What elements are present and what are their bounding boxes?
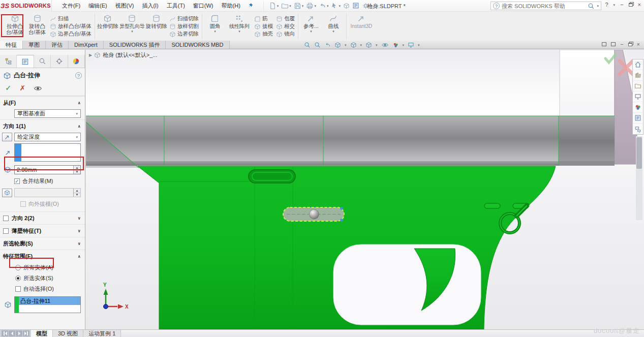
search-icon[interactable] — [588, 3, 595, 10]
tab-features[interactable]: 特征 — [0, 41, 23, 49]
menu-help[interactable]: 帮助(H) — [218, 0, 244, 12]
close-button[interactable]: × — [638, 2, 641, 8]
view-palette-button[interactable] — [633, 91, 643, 102]
viewport-scrollbar[interactable] — [636, 136, 642, 220]
pm-help-button[interactable]: ? — [75, 72, 82, 79]
extrude-cut-button[interactable]: 拉伸切除 — [97, 13, 118, 40]
menu-edit[interactable]: 编辑(E) — [84, 0, 111, 12]
shell-button[interactable]: 抽壳 — [254, 30, 273, 38]
previous-tab-button[interactable] — [9, 330, 15, 336]
property-manager-tab[interactable] — [17, 55, 34, 68]
doc-minimize-button[interactable]: − — [620, 41, 623, 47]
merge-result-checkbox[interactable]: ✓ — [14, 178, 20, 184]
extrude-boss-button[interactable]: 拉伸凸台/基体 — [4, 13, 25, 40]
revolve-boss-button[interactable]: 旋转凸台/基体 — [26, 13, 48, 40]
boundary-boss-button[interactable]: 边界凸台/基体 — [50, 30, 91, 38]
auto-select-checkbox[interactable]: ✓ — [15, 286, 21, 292]
forum-button[interactable] — [633, 124, 643, 134]
display-manager-tab[interactable] — [68, 55, 85, 68]
depth-input[interactable]: 2.00mm ▲▼ — [14, 165, 81, 174]
menu-window[interactable]: 窗口(W) — [189, 0, 218, 12]
revolve-cut-button[interactable]: 旋转切除 — [146, 13, 167, 40]
edit-appearance-button[interactable] — [392, 42, 399, 48]
zoom-fit-button[interactable] — [304, 42, 311, 48]
chevron-down-icon[interactable]: ▾ — [614, 3, 616, 7]
previous-view-button[interactable] — [324, 42, 331, 48]
rib-button[interactable]: 筋 — [254, 15, 273, 22]
search-input[interactable] — [502, 3, 586, 9]
design-library-button[interactable] — [633, 70, 643, 81]
view-settings-button[interactable] — [408, 42, 414, 48]
spin-up-icon[interactable]: ▲ — [74, 166, 80, 170]
mirror-button[interactable]: 镜向 — [276, 30, 295, 38]
custom-properties-button[interactable] — [633, 113, 643, 124]
spin-down-icon[interactable]: ▼ — [74, 170, 80, 174]
lofted-boss-button[interactable]: 放样凸台/基体 — [50, 23, 91, 30]
zoom-area-button[interactable] — [314, 42, 321, 48]
intersect-button[interactable]: 相交 — [276, 23, 295, 30]
section-direction2[interactable]: ✓方向 2(2)∨ — [0, 211, 85, 224]
lofted-cut-button[interactable]: 放样切割 — [169, 23, 199, 30]
tab-sketch[interactable]: 草图 — [23, 41, 46, 49]
ok-button[interactable]: ✓ — [5, 83, 12, 93]
expand-arrow-icon[interactable]: ▶ — [89, 53, 92, 57]
draft-toggle-button[interactable] — [2, 189, 12, 197]
section-direction1[interactable]: 方向 1(1)∧ — [0, 119, 85, 132]
model-canvas[interactable]: Y X — [86, 50, 644, 329]
fillet-button[interactable]: 圆角▾ — [204, 13, 226, 40]
sketch-vertex-handle[interactable] — [340, 219, 343, 222]
cancel-button[interactable]: ✗ — [20, 84, 26, 92]
linear-pattern-button[interactable]: 线性阵列▾ — [227, 13, 252, 40]
selected-bodies-radio[interactable] — [15, 275, 21, 281]
search-box[interactable]: ? ▾ — [490, 2, 601, 10]
end-condition-dropdown[interactable]: 给定深度▾ — [14, 133, 81, 141]
open-button[interactable]: ▾ — [280, 2, 292, 10]
sketch-sphere-handle[interactable] — [310, 209, 319, 219]
boundary-cut-button[interactable]: 边界切除 — [169, 30, 199, 38]
menu-tools[interactable]: 工具(T) — [163, 0, 189, 12]
next-tab-button[interactable] — [16, 330, 22, 336]
flyout-feature-tree[interactable]: ▶ 枪身 (默认<<默认>_... — [89, 51, 157, 59]
tab-evaluate[interactable]: 评估 — [46, 41, 69, 49]
hole-wizard-button[interactable]: 异型孔向导▾ — [119, 13, 145, 40]
app-help-button[interactable]: ? — [605, 2, 608, 8]
print-button[interactable]: ▾ — [305, 2, 317, 10]
new-document-button[interactable]: ▾ — [268, 2, 280, 10]
instant3d-button[interactable]: Instant3D — [349, 13, 374, 40]
section-from[interactable]: 从(F)∧ — [0, 96, 85, 109]
configuration-manager-tab[interactable] — [34, 55, 51, 68]
doc-restore-button[interactable] — [628, 43, 632, 46]
feature-tree-node-label[interactable]: 枪身 (默认<<默认>_... — [103, 51, 157, 59]
section-feature-scope[interactable]: 特征范围(F)∧ — [0, 250, 85, 262]
from-dropdown[interactable]: 草图基准面▾ — [14, 109, 81, 118]
direction2-checkbox[interactable]: ✓ — [3, 216, 9, 221]
depth-spinner[interactable]: ▲▼ — [73, 166, 80, 174]
gray-band-right-face[interactable] — [559, 116, 615, 166]
view-orientation-button[interactable] — [350, 42, 357, 48]
appearances-scenes-button[interactable] — [633, 102, 643, 113]
reference-geometry-button[interactable]: 参考...▾ — [300, 13, 322, 40]
thin-feature-checkbox[interactable]: ✓ — [3, 228, 9, 234]
tab-dimxpert[interactable]: DimXpert — [69, 41, 104, 49]
display-style-button[interactable] — [365, 42, 372, 48]
draft-button[interactable]: 拔模 — [254, 23, 273, 30]
dimxpert-manager-tab[interactable] — [51, 55, 68, 68]
pin-menu-icon[interactable] — [248, 2, 254, 9]
scrollbar-thumb[interactable] — [636, 137, 642, 169]
section-thin-feature[interactable]: ✓薄壁特征(T)∨ — [0, 224, 85, 237]
solidworks-resources-button[interactable] — [633, 59, 643, 70]
tab-motion-study[interactable]: 运动算例 1 — [83, 330, 121, 337]
doc-close-button[interactable]: × — [637, 41, 640, 47]
tab-3d-views[interactable]: 3D 视图 — [53, 330, 83, 337]
chevron-down-icon[interactable]: ▾ — [418, 43, 420, 47]
bodies-list-box[interactable]: 凸台-拉伸11 — [14, 296, 81, 313]
file-explorer-button[interactable] — [633, 81, 643, 91]
reverse-direction-button[interactable] — [2, 133, 12, 141]
minimize-button[interactable]: − — [620, 2, 623, 8]
section-view-button[interactable] — [334, 42, 341, 48]
first-tab-button[interactable] — [2, 330, 8, 336]
chevron-down-icon[interactable]: ▾ — [360, 43, 362, 47]
swept-cut-button[interactable]: 扫描切除 — [169, 15, 199, 22]
tab-solidworks-addins[interactable]: SOLIDWORKS 插件 — [104, 41, 166, 49]
graphics-viewport[interactable]: Y X ▶ 枪身 (默认<<默认>_... — [86, 50, 644, 329]
